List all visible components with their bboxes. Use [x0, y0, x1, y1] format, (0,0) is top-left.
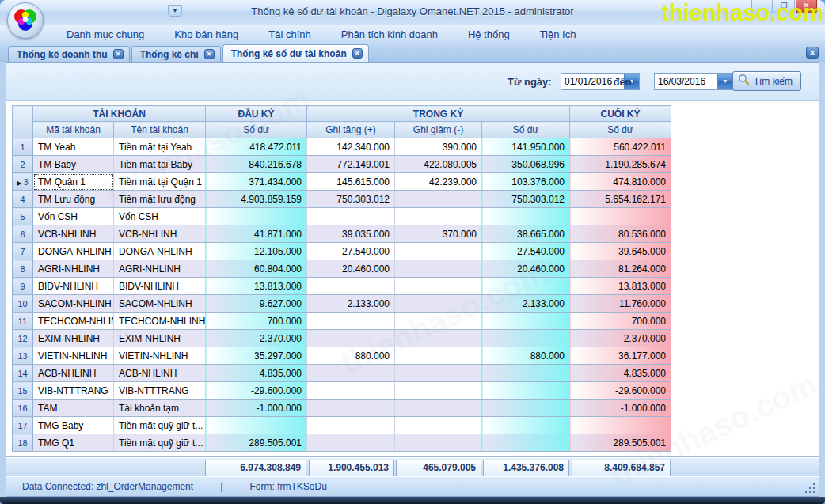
- row-header-cell[interactable]: 17: [13, 417, 33, 434]
- cell-opening[interactable]: 35.297.000: [206, 347, 307, 365]
- cell-closing[interactable]: 700.000: [570, 313, 671, 330]
- to-date-picker[interactable]: ▼: [654, 73, 733, 90]
- cell-code[interactable]: VIB-NTTTRANG: [33, 382, 114, 400]
- cell-closing[interactable]: 36.177.000: [570, 347, 671, 365]
- cell-closing[interactable]: [570, 208, 671, 225]
- cell-closing[interactable]: [570, 417, 671, 434]
- column-header-period-balance[interactable]: Số dư: [482, 122, 570, 138]
- cell-period[interactable]: [482, 434, 570, 452]
- cell-increase[interactable]: 142.340.000: [307, 138, 395, 156]
- cell-increase[interactable]: 39.035.000: [307, 225, 395, 243]
- cell-decrease[interactable]: [395, 382, 482, 400]
- minimize-button[interactable]: —: [751, 0, 773, 13]
- table-row[interactable]: 6VCB-NHLINHVCB-NHLINH41.871.00039.035.00…: [13, 225, 671, 243]
- cell-decrease[interactable]: [395, 313, 482, 330]
- cell-decrease[interactable]: [395, 295, 482, 313]
- row-header-cell[interactable]: 9: [13, 278, 33, 295]
- cell-period[interactable]: [482, 313, 570, 330]
- cell-period[interactable]: [482, 208, 570, 225]
- column-header-code[interactable]: Mã tài khoản: [33, 122, 114, 138]
- close-button[interactable]: ✕: [796, 0, 817, 13]
- table-row[interactable]: 9BIDV-NHLINHBIDV-NHLINH13.813.00013.813.…: [13, 278, 671, 295]
- cell-name[interactable]: EXIM-NHLINH: [114, 330, 206, 347]
- cell-code[interactable]: AGRI-NHLINH: [33, 260, 114, 278]
- cell-name[interactable]: VIB-NTTTRANG: [114, 382, 206, 400]
- cell-decrease[interactable]: [395, 330, 482, 347]
- resize-grip[interactable]: [804, 483, 815, 494]
- menu-item-1[interactable]: Kho bán hàng: [174, 28, 238, 40]
- table-row[interactable]: 13VIETIN-NHLINHVIETIN-NHLINH35.297.00088…: [13, 347, 671, 365]
- table-row[interactable]: 15VIB-NTTTRANGVIB-NTTTRANG-29.600.000-29…: [13, 382, 671, 400]
- cell-name[interactable]: Vốn CSH: [114, 208, 206, 225]
- cell-code[interactable]: Vốn CSH: [33, 208, 114, 225]
- cell-increase[interactable]: [307, 313, 395, 330]
- cell-code[interactable]: BIDV-NHLINH: [33, 278, 114, 295]
- cell-code[interactable]: TM Baby: [33, 156, 114, 173]
- cell-increase[interactable]: 772.149.001: [307, 156, 395, 173]
- cell-increase[interactable]: 145.615.000: [307, 173, 395, 191]
- group-header-period[interactable]: TRONG KỲ: [307, 106, 570, 122]
- cell-decrease[interactable]: [395, 243, 482, 260]
- column-header-closing-balance[interactable]: Số dư: [570, 122, 671, 138]
- cell-period[interactable]: 350.068.996: [482, 156, 570, 173]
- row-header-cell[interactable]: 4: [13, 191, 33, 208]
- cell-code[interactable]: TM Quận 1: [33, 173, 114, 191]
- cell-opening[interactable]: 700.000: [206, 313, 307, 330]
- cell-closing[interactable]: 13.813.000: [570, 278, 671, 295]
- cell-code[interactable]: TAM: [33, 400, 114, 417]
- cell-closing[interactable]: 474.810.000: [570, 173, 671, 191]
- cell-period[interactable]: [482, 382, 570, 400]
- cell-opening[interactable]: 371.434.000: [206, 173, 307, 191]
- cell-closing[interactable]: 560.422.011: [570, 138, 671, 156]
- column-header-decrease[interactable]: Ghi giảm (-): [395, 122, 482, 138]
- column-header-opening-balance[interactable]: Số dư: [206, 122, 307, 138]
- cell-closing[interactable]: 39.645.000: [570, 243, 671, 260]
- close-tab-icon[interactable]: ✕: [113, 49, 124, 59]
- cell-name[interactable]: VIETIN-NHLINH: [114, 347, 206, 365]
- cell-decrease[interactable]: [395, 434, 482, 452]
- cell-opening[interactable]: 41.871.000: [206, 225, 307, 243]
- cell-decrease[interactable]: 370.000: [395, 225, 482, 243]
- cell-decrease[interactable]: 42.239.000: [395, 173, 482, 191]
- cell-code[interactable]: SACOM-NHLINH: [33, 295, 114, 313]
- cell-increase[interactable]: 27.540.000: [307, 243, 395, 260]
- cell-period[interactable]: [482, 400, 570, 417]
- cell-name[interactable]: DONGA-NHLINH: [114, 243, 206, 260]
- table-row[interactable]: 4TM Lưu độngTiền mặt lưu động4.903.859.1…: [13, 191, 671, 208]
- cell-opening[interactable]: 840.216.678: [206, 156, 307, 173]
- cell-closing[interactable]: 289.505.001: [570, 434, 671, 452]
- row-header-cell[interactable]: 14: [13, 365, 33, 382]
- tab-0[interactable]: Thống kê doanh thu✕: [8, 46, 130, 62]
- cell-opening[interactable]: -29.600.000: [206, 382, 307, 400]
- cell-opening[interactable]: 9.627.000: [206, 295, 307, 313]
- menu-item-4[interactable]: Hệ thống: [468, 28, 510, 40]
- cell-increase[interactable]: [307, 434, 395, 452]
- cell-closing[interactable]: -1.000.000: [570, 400, 671, 417]
- cell-period[interactable]: [482, 365, 570, 382]
- cell-code[interactable]: EXIM-NHLINH: [33, 330, 114, 347]
- cell-opening[interactable]: 2.370.000: [206, 330, 307, 347]
- cell-decrease[interactable]: [395, 400, 482, 417]
- cell-code[interactable]: DONGA-NHLINH: [33, 243, 114, 260]
- row-header-cell[interactable]: 10: [13, 295, 33, 313]
- menu-item-2[interactable]: Tài chính: [268, 28, 310, 40]
- table-row[interactable]: 1TM YeahTiền mặt tại Yeah418.472.011142.…: [13, 138, 671, 156]
- row-header-cell[interactable]: 8: [13, 260, 33, 278]
- cell-name[interactable]: Tiền mặt tại Baby: [114, 156, 206, 173]
- row-header-cell[interactable]: 13: [13, 347, 33, 365]
- table-row[interactable]: 12EXIM-NHLINHEXIM-NHLINH2.370.0002.370.0…: [13, 330, 671, 347]
- cell-period[interactable]: 20.460.000: [482, 260, 570, 278]
- cell-closing[interactable]: -29.600.000: [570, 382, 671, 400]
- cell-period[interactable]: 103.376.000: [482, 173, 570, 191]
- table-row[interactable]: 2TM BabyTiền mặt tại Baby840.216.678772.…: [13, 156, 671, 173]
- cell-increase[interactable]: 880.000: [307, 347, 395, 365]
- cell-code[interactable]: TM Yeah: [33, 138, 114, 156]
- cell-code[interactable]: TECHCOM-NHLINH: [33, 313, 114, 330]
- menu-item-3[interactable]: Phân tích kinh doanh: [341, 28, 438, 40]
- cell-opening[interactable]: 4.903.859.159: [206, 191, 307, 208]
- cell-code[interactable]: VCB-NHLINH: [33, 225, 114, 243]
- cell-decrease[interactable]: [395, 347, 482, 365]
- cell-opening[interactable]: 4.835.000: [206, 365, 307, 382]
- cell-opening[interactable]: [206, 208, 307, 225]
- to-date-dropdown-icon[interactable]: ▼: [717, 74, 732, 89]
